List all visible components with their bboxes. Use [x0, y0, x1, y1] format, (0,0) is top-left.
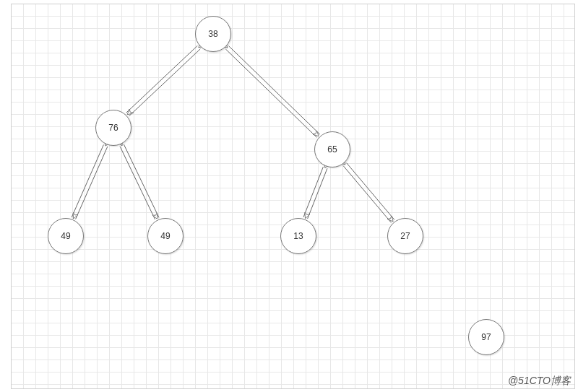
node-value: 49: [160, 231, 170, 241]
tree-node-rr: 27: [387, 218, 423, 254]
tree-node-orphan: 97: [468, 319, 504, 355]
node-value: 76: [108, 123, 118, 133]
watermark-text: @51CTO博客: [508, 375, 571, 388]
tree-node-rl: 13: [280, 218, 316, 254]
diagram-canvas: 38 76 65 49 49 13 27 97 @51CTO博客: [0, 0, 578, 392]
tree-node-ll: 49: [48, 218, 84, 254]
tree-node-lr: 49: [147, 218, 184, 254]
tree-node-right: 65: [314, 131, 350, 167]
node-value: 27: [400, 231, 410, 241]
node-value: 97: [481, 332, 491, 342]
node-value: 38: [208, 29, 217, 39]
node-value: 13: [293, 231, 303, 241]
node-value: 65: [327, 144, 337, 154]
tree-node-left: 76: [95, 110, 131, 146]
node-value: 49: [61, 231, 70, 241]
tree-node-root: 38: [195, 16, 231, 52]
